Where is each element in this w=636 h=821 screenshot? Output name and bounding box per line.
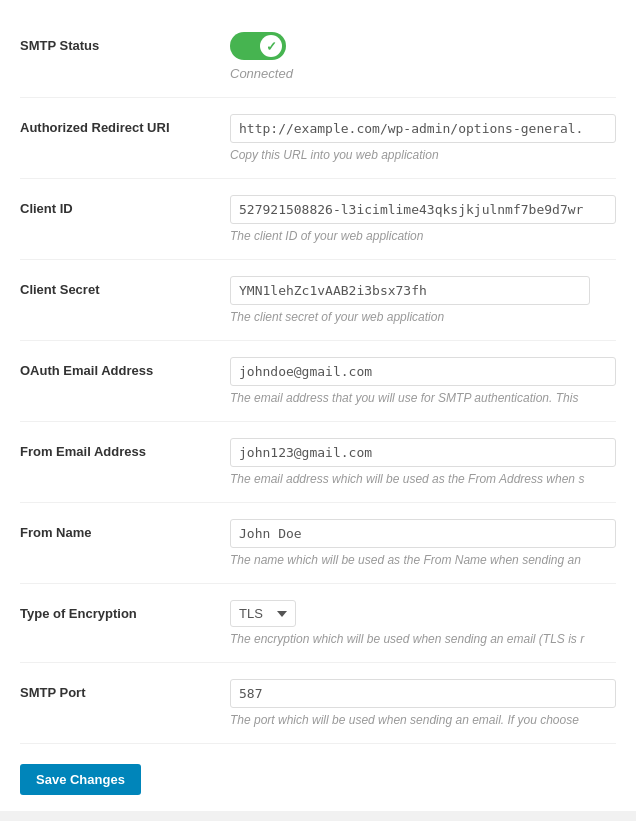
authorized-redirect-uri-row: Authorized Redirect URI Copy this URL in… — [20, 98, 616, 179]
encryption-help: The encryption which will be used when s… — [230, 632, 616, 646]
smtp-port-input[interactable] — [230, 679, 616, 708]
authorized-redirect-uri-help: Copy this URL into you web application — [230, 148, 616, 162]
smtp-status-label: SMTP Status — [20, 32, 230, 53]
authorized-redirect-uri-input[interactable] — [230, 114, 616, 143]
connected-status: Connected — [230, 66, 616, 81]
toggle-check-icon: ✓ — [266, 39, 277, 54]
from-email-help: The email address which will be used as … — [230, 472, 616, 486]
encryption-control: None SSL TLS The encryption which will b… — [230, 600, 616, 646]
oauth-email-control: The email address that you will use for … — [230, 357, 616, 405]
client-id-help: The client ID of your web application — [230, 229, 616, 243]
from-email-control: The email address which will be used as … — [230, 438, 616, 486]
toggle-track[interactable]: ✓ — [230, 32, 286, 60]
from-name-control: The name which will be used as the From … — [230, 519, 616, 567]
toggle-knob: ✓ — [260, 35, 282, 57]
oauth-email-row: OAuth Email Address The email address th… — [20, 341, 616, 422]
from-email-row: From Email Address The email address whi… — [20, 422, 616, 503]
oauth-email-label: OAuth Email Address — [20, 357, 230, 378]
smtp-port-label: SMTP Port — [20, 679, 230, 700]
smtp-port-control: The port which will be used when sending… — [230, 679, 616, 727]
client-id-row: Client ID The client ID of your web appl… — [20, 179, 616, 260]
oauth-email-input[interactable] — [230, 357, 616, 386]
from-email-input[interactable] — [230, 438, 616, 467]
settings-form: SMTP Status ✓ Connected Authorized Redir… — [0, 0, 636, 811]
client-id-label: Client ID — [20, 195, 230, 216]
smtp-port-help: The port which will be used when sending… — [230, 713, 616, 727]
smtp-port-row: SMTP Port The port which will be used wh… — [20, 663, 616, 744]
oauth-email-help: The email address that you will use for … — [230, 391, 616, 405]
encryption-row: Type of Encryption None SSL TLS The encr… — [20, 584, 616, 663]
from-name-label: From Name — [20, 519, 230, 540]
client-secret-help: The client secret of your web applicatio… — [230, 310, 616, 324]
from-name-help: The name which will be used as the From … — [230, 553, 616, 567]
authorized-redirect-uri-control: Copy this URL into you web application — [230, 114, 616, 162]
client-id-input[interactable] — [230, 195, 616, 224]
from-name-input[interactable] — [230, 519, 616, 548]
authorized-redirect-uri-label: Authorized Redirect URI — [20, 114, 230, 135]
encryption-label: Type of Encryption — [20, 600, 230, 621]
client-secret-input[interactable] — [230, 276, 590, 305]
client-secret-label: Client Secret — [20, 276, 230, 297]
save-changes-button[interactable]: Save Changes — [20, 764, 141, 795]
smtp-status-toggle[interactable]: ✓ — [230, 32, 286, 60]
from-name-row: From Name The name which will be used as… — [20, 503, 616, 584]
client-id-control: The client ID of your web application — [230, 195, 616, 243]
smtp-status-control: ✓ Connected — [230, 32, 616, 81]
client-secret-row: Client Secret The client secret of your … — [20, 260, 616, 341]
client-secret-control: The client secret of your web applicatio… — [230, 276, 616, 324]
smtp-status-row: SMTP Status ✓ Connected — [20, 16, 616, 98]
encryption-select[interactable]: None SSL TLS — [230, 600, 296, 627]
from-email-label: From Email Address — [20, 438, 230, 459]
